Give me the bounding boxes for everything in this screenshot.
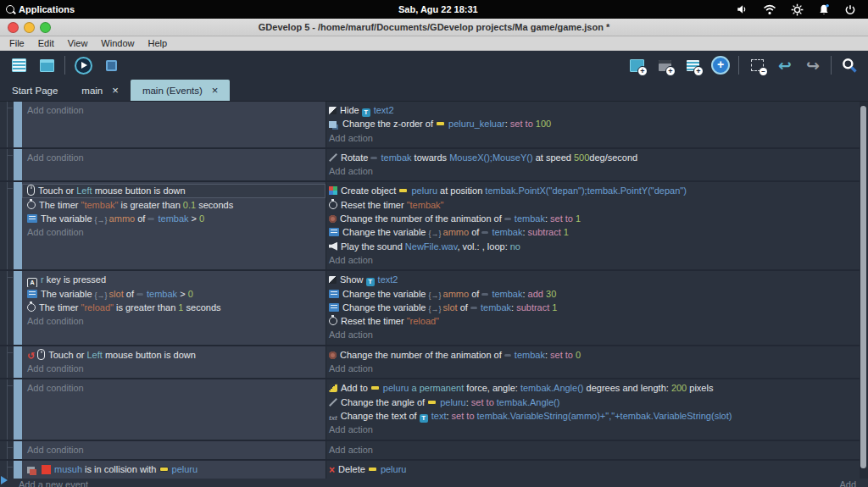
redo-button[interactable]: ↪ xyxy=(803,54,823,76)
action-row[interactable]: Rotate tembak towards MouseX();MouseY() … xyxy=(326,151,868,164)
add-comment-button[interactable] xyxy=(682,54,703,76)
menu-edit[interactable]: Edit xyxy=(31,38,61,48)
tab-label: main (Events) xyxy=(142,86,203,96)
close-button[interactable] xyxy=(8,22,19,33)
rotate-icon xyxy=(329,153,337,162)
condition-row[interactable]: The variable {→}slot of tembak > 0 xyxy=(22,287,326,301)
action-row[interactable]: Show Ttext2 xyxy=(326,273,868,286)
add-condition-link[interactable]: Add condition xyxy=(22,314,326,328)
action-row[interactable]: Change the angle of peluru: set to temba… xyxy=(326,396,868,409)
actions-cell: ×Delete peluru×Delete musuhAdd action xyxy=(326,461,868,479)
add-link[interactable]: Add xyxy=(839,479,856,487)
search-button[interactable] xyxy=(839,54,860,76)
notifications-icon[interactable] xyxy=(818,3,830,16)
event-handle[interactable] xyxy=(14,182,22,269)
volume-icon[interactable] xyxy=(736,3,748,15)
action-row[interactable]: Change the variable {→}ammo of tembak: a… xyxy=(326,287,868,301)
applications-menu[interactable]: Applications xyxy=(0,4,75,14)
event-handle[interactable] xyxy=(14,271,22,344)
event-tree-gutter xyxy=(0,346,14,379)
clock[interactable]: Sab, Agu 22 18:31 xyxy=(398,0,478,19)
maximize-button[interactable] xyxy=(40,22,51,33)
action-row[interactable]: Create object peluru at position tembak.… xyxy=(326,184,868,197)
add-condition-link[interactable]: Add condition xyxy=(22,381,326,395)
tab-main-events[interactable]: main (Events)× xyxy=(131,80,231,101)
menu-view[interactable]: View xyxy=(61,38,95,48)
action-row[interactable]: Reset the timer "reload" xyxy=(326,314,868,328)
select-box-button[interactable] xyxy=(747,54,767,76)
conditions-cell: Touch or Left mouse button is downThe ti… xyxy=(22,182,326,269)
action-row[interactable]: ×Delete peluru xyxy=(326,462,868,476)
condition-row[interactable]: Touch or Left mouse button is down xyxy=(22,184,326,197)
minimize-button[interactable] xyxy=(24,22,35,33)
project-manager-button[interactable] xyxy=(8,54,29,76)
add-condition-link[interactable]: Add condition xyxy=(22,443,326,457)
condition-row[interactable]: Ar key is pressed xyxy=(22,273,326,286)
close-tab-icon[interactable]: × xyxy=(212,85,219,96)
power-icon[interactable] xyxy=(844,3,856,16)
scene-editor-button[interactable] xyxy=(36,54,57,76)
window-title-bar: GDevelop 5 - /home/maruf/Documents/GDeve… xyxy=(0,19,868,36)
add-event-button[interactable] xyxy=(626,54,647,76)
condition-row[interactable]: The timer "tembak" is greater than 0.1 s… xyxy=(22,198,326,212)
scrollbar-thumb[interactable] xyxy=(860,106,866,468)
event-handle[interactable] xyxy=(14,149,22,181)
conditions-cell: Add condition xyxy=(22,102,326,147)
brightness-icon[interactable] xyxy=(791,3,804,16)
event-handle[interactable] xyxy=(14,441,22,459)
condition-row[interactable]: musuh is in collision with peluru xyxy=(22,462,326,476)
action-row[interactable]: txtChange the text of Ttext: set to temb… xyxy=(326,409,868,423)
action-row[interactable]: Reset the timer "tembak" xyxy=(326,198,868,212)
z-order-icon xyxy=(329,121,337,128)
events-scrollbar[interactable] xyxy=(860,102,868,479)
add-action-link[interactable]: Add action xyxy=(326,131,868,145)
action-row[interactable]: Play the sound NewFile.wav, vol.: , loop… xyxy=(326,240,868,253)
condition-row[interactable]: The variable {→}ammo of tembak > 0 xyxy=(22,212,326,225)
conditions-cell: Add condition xyxy=(22,441,326,459)
close-tab-icon[interactable]: × xyxy=(112,85,119,96)
add-subevent-button[interactable] xyxy=(654,54,675,76)
action-row[interactable]: Hide Ttext2 xyxy=(326,103,868,117)
peluru-object-icon xyxy=(159,467,169,472)
add-action-link[interactable]: Add action xyxy=(326,362,868,375)
preview-play-button[interactable] xyxy=(73,54,93,76)
event-handle[interactable] xyxy=(14,346,22,379)
add-condition-link[interactable]: Add condition xyxy=(22,362,326,375)
action-row[interactable]: Change the z-order of peluru_keluar: set… xyxy=(326,117,868,130)
event-handle[interactable] xyxy=(14,102,22,147)
add-condition-link[interactable]: Add condition xyxy=(22,151,326,164)
add-condition-link[interactable]: Add condition xyxy=(22,103,326,117)
actions-cell: Add to peluru a permanent force, angle: … xyxy=(326,379,868,439)
action-row[interactable]: Change the variable {→}slot of tembak: s… xyxy=(326,301,868,314)
text-object-icon: T xyxy=(420,414,428,423)
add-new-event-link[interactable]: Add a new event xyxy=(19,479,88,487)
event-handle[interactable] xyxy=(14,379,22,439)
object-icon xyxy=(370,157,377,159)
add-action-link[interactable]: Add action xyxy=(326,253,868,267)
add-action-link[interactable]: Add action xyxy=(326,328,868,341)
toolbar-left xyxy=(8,54,121,76)
add-condition-link[interactable]: Add condition xyxy=(22,225,326,239)
condition-row[interactable]: ↺Touch or Left mouse button is down xyxy=(22,348,326,362)
text-object-icon: T xyxy=(366,278,375,286)
add-action-link[interactable]: Add action xyxy=(326,164,868,178)
tab-main[interactable]: main× xyxy=(70,80,131,101)
action-row[interactable]: Add to peluru a permanent force, angle: … xyxy=(326,381,868,395)
peluru-object-icon xyxy=(398,188,408,193)
debug-button[interactable] xyxy=(101,54,121,76)
tab-start-page[interactable]: Start Page xyxy=(0,80,70,101)
menu-window[interactable]: Window xyxy=(94,38,141,48)
wifi-icon[interactable] xyxy=(763,4,776,15)
add-action-link[interactable]: Add action xyxy=(326,443,868,457)
undo-button[interactable]: ↩ xyxy=(775,54,795,76)
action-row[interactable]: Change the number of the animation of te… xyxy=(326,212,868,225)
action-row[interactable]: Change the variable {→}ammo of tembak: s… xyxy=(326,225,868,239)
add-circle-button[interactable]: + xyxy=(710,54,731,76)
menu-file[interactable]: File xyxy=(3,38,31,48)
object-icon xyxy=(481,293,488,296)
add-action-link[interactable]: Add action xyxy=(326,423,868,436)
event-handle[interactable] xyxy=(14,461,22,479)
action-row[interactable]: Change the number of the animation of te… xyxy=(326,348,868,362)
condition-row[interactable]: The timer "reload" is greater than 1 sec… xyxy=(22,301,326,314)
menu-help[interactable]: Help xyxy=(141,38,174,48)
